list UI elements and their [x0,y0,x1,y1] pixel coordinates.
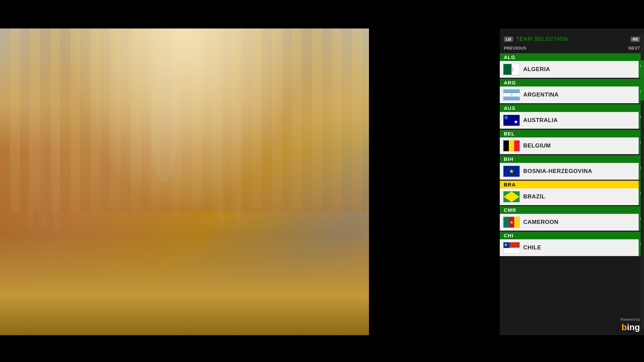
flag-cmr [503,217,520,228]
flag-arg [503,89,520,101]
scroll-thumb [641,60,644,101]
panel-content: LB TEAM SELECTION RB PREVIOUS NEXT ALGAL… [500,0,644,256]
flag-chi [503,242,520,253]
bing-logo: bing [622,322,640,333]
svg-rect-3 [40,102,46,230]
rb-button[interactable]: RB [631,37,640,42]
team-name-row-cmr: CAMEROON [500,214,644,231]
team-item-cmr[interactable]: CMRCAMEROON▶ [500,206,644,231]
team-name-row-bel: BELGIUM [500,137,644,154]
team-name-text-aus: AUSTRALIA [523,117,558,124]
powered-by-text: Powered by [621,317,640,321]
bing-area: Powered by bing [621,317,640,333]
team-name-text-chi: CHILE [523,244,541,251]
team-code-bih: BIH [500,155,644,163]
bing-b-letter: b [622,322,627,332]
scroll-strip[interactable] [641,34,644,328]
team-item-alg[interactable]: ALGALGERIA▶ [500,53,644,78]
team-name-text-bih: BOSNIA-HERZEGOVINA [523,168,592,175]
flag-bel [503,140,520,152]
team-name-row-arg: ARGENTINA [500,86,644,103]
team-item-aus[interactable]: AUSAUSTRALIA▶ [500,104,644,129]
team-name-row-alg: ALGERIA [500,61,644,78]
team-name-text-arg: ARGENTINA [523,92,559,98]
flag-bih [503,166,520,177]
lb-button[interactable]: LB [504,37,513,42]
team-item-bra[interactable]: BRABRAZIL▶ [500,181,644,205]
team-code-alg: ALG [500,53,644,61]
team-name-text-cmr: CAMEROON [523,219,558,226]
flag-aus [503,115,520,126]
team-name-row-aus: AUSTRALIA [500,112,644,129]
flag-bra [503,191,520,202]
team-item-bih[interactable]: BIHBOSNIA-HERZEGOVINA▶ [500,155,644,180]
team-name-row-bih: BOSNIA-HERZEGOVINA [500,163,644,180]
prev-next-row: PREVIOUS NEXT [500,46,644,53]
team-code-bel: BEL [500,130,644,137]
svg-rect-2 [27,96,34,230]
team-item-bel[interactable]: BELBELGIUM▶ [500,130,644,154]
team-code-aus: AUS [500,104,644,112]
team-name-text-bel: BELGIUM [523,142,551,149]
team-item-chi[interactable]: CHICHILE▶ [500,232,644,256]
team-code-bra: BRA [500,181,644,188]
svg-rect-4 [54,99,60,230]
team-selection-header: LB TEAM SELECTION RB [500,34,644,45]
team-selection-title: TEAM SELECTION [513,36,631,42]
top-bar [0,0,644,28]
next-label: NEXT [628,46,640,51]
team-code-chi: CHI [500,232,644,239]
game-area [0,28,369,335]
bottom-bar [0,335,644,362]
team-list: ALGALGERIA▶ARGARGENTINA▶AUSAUSTRALIA▶BEL… [500,53,644,256]
team-name-row-chi: CHILE [500,239,644,256]
team-name-text-bra: BRAZIL [523,193,545,200]
team-item-arg[interactable]: ARGARGENTINA▶ [500,79,644,103]
team-code-cmr: CMR [500,206,644,214]
flag-alg [503,64,520,75]
right-panel: 🕐 23:21 👤 Pit Bear 🏆 20/96 [500,0,644,362]
team-name-row-bra: BRAZIL [500,188,644,205]
previous-label: PREVIOUS [504,46,526,51]
team-name-text-alg: ALGERIA [523,66,550,73]
team-code-arg: ARG [500,79,644,86]
bing-ing-text: ing [627,322,640,332]
light-beam [67,28,302,213]
